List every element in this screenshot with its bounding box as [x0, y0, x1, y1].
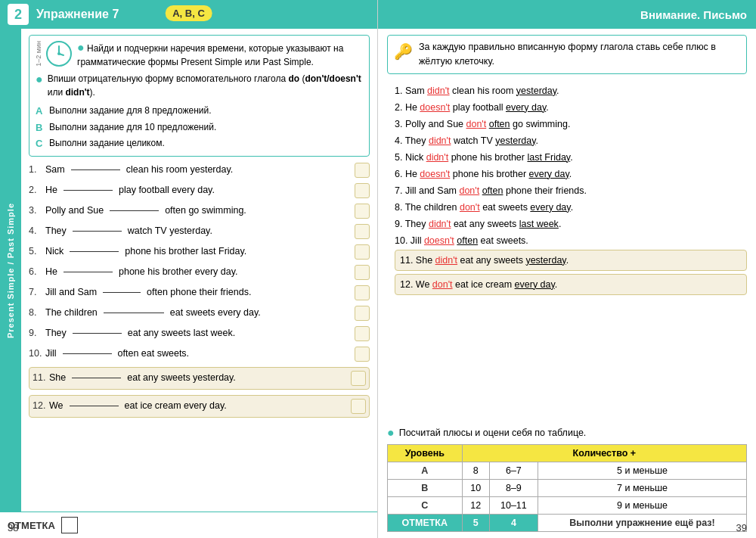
checkbox-circle[interactable]	[355, 265, 370, 280]
exercise-item: 8. The children eat sweets every day.	[29, 306, 370, 321]
ex-blank[interactable]	[64, 272, 113, 272]
ex-blank[interactable]	[72, 378, 121, 378]
ex-post: often phone their friends.	[147, 286, 355, 300]
checkbox-circle[interactable]	[355, 285, 370, 300]
exercise-item: 12. We eat ice cream every day.	[29, 395, 370, 418]
score-cell: 9 и меньше	[538, 497, 746, 515]
score-cell: 10	[462, 480, 489, 497]
exercise-item: 11. She eat any sweets yesterday.	[29, 367, 370, 390]
answer-item: 2. He doesn't play football every day.	[395, 100, 747, 115]
checkbox-circle[interactable]	[355, 224, 370, 239]
ex-pre: We	[49, 400, 64, 413]
left-page: 2 Упражнение 7 A, B, C Present Simple / …	[0, 0, 378, 538]
checkbox-circle[interactable]	[355, 347, 370, 362]
ex-number: 4.	[29, 225, 45, 238]
ans-number: 3.	[395, 119, 405, 129]
ex-pre: They	[45, 225, 67, 238]
ex-post: eat any sweets last week.	[128, 327, 355, 341]
checkbox-circle[interactable]	[355, 244, 370, 260]
right-instruction-box: 🔑 За каждую правильно вписанную форму гл…	[387, 35, 747, 74]
table-header-row: Уровень Количество +	[388, 445, 747, 462]
checkbox-circle[interactable]	[351, 399, 366, 414]
ans-number: 2.	[395, 102, 405, 113]
clock-icon	[45, 40, 73, 67]
abc-row-b: B Выполни задание для 10 предложений.	[36, 120, 363, 135]
exercises-list: 1. Sam clean his room yesterday. 2. He p…	[29, 163, 370, 506]
level-cell: C	[388, 497, 463, 515]
ex-blank[interactable]	[71, 169, 120, 170]
ex-pre: Nick	[45, 245, 64, 259]
ex-pre: The children	[45, 306, 98, 320]
scoring-label: Посчитай плюсы и оцени себя по таблице.	[399, 428, 587, 438]
abc-row-a: A Выполни задание для 8 предложений.	[36, 104, 363, 119]
otmetka-box-left	[61, 517, 78, 533]
ex-pre: He	[45, 184, 57, 197]
answer-item: 10. Jill doesn't often eat sweets.	[395, 233, 747, 248]
instruction-box: 1–2 мин ● Найди и подчеркни наречия врем…	[29, 35, 370, 157]
ex-blank[interactable]	[70, 406, 119, 406]
ex-post: eat sweets every day.	[170, 306, 355, 320]
ex-pre: Polly and Sue	[45, 204, 104, 218]
key-icon: 🔑	[394, 40, 413, 63]
checkbox-circle[interactable]	[355, 183, 370, 198]
side-label-container: Present Simple / Past Simple	[0, 29, 21, 512]
checkbox-circle[interactable]	[355, 163, 370, 178]
ex-blank[interactable]	[63, 353, 112, 354]
answer-item: 1. Sam didn't clean his room yesterday.	[395, 83, 747, 98]
ex-number: 7.	[29, 286, 45, 300]
answer-item: 3. Polly and Sue don't often go swimming…	[395, 117, 747, 132]
left-footer: ОТМЕТКА	[0, 512, 377, 538]
left-header: 2 Упражнение 7 A, B, C	[0, 0, 377, 29]
answer-item: 5. Nick didn't phone his brother last Fr…	[395, 150, 747, 165]
exercise-item: 2. He play football every day.	[29, 183, 370, 198]
ex-number: 10.	[29, 347, 45, 361]
ans-number: 10.	[395, 235, 411, 246]
ex-blank[interactable]	[104, 313, 164, 313]
exercise-item: 6. He phone his brother every day.	[29, 265, 370, 280]
ex-number: 2.	[29, 184, 45, 197]
ex-blank[interactable]	[103, 292, 141, 293]
ex-pre: He	[45, 266, 57, 279]
checkbox-circle[interactable]	[351, 371, 366, 386]
score-cell: 5 и меньше	[538, 462, 746, 480]
exercise-item: 3. Polly and Sue often go swimming.	[29, 204, 370, 219]
level-cell: A	[388, 462, 463, 480]
scoring-table: Уровень Количество + A86–75 и меньшеB108…	[387, 444, 747, 532]
ex-post: eat ice cream every day.	[125, 400, 351, 413]
checkbox-circle[interactable]	[355, 326, 370, 341]
ex-post: phone his brother last Friday.	[125, 245, 355, 259]
ex-blank[interactable]	[73, 231, 122, 232]
ex-number: 8.	[29, 306, 45, 320]
level-cell: B	[388, 480, 463, 497]
answer-item: 7. Jill and Sam don't often phone their …	[395, 183, 747, 198]
ex-blank[interactable]	[73, 333, 122, 334]
score-cell: 8	[462, 462, 489, 480]
time-label: 1–2 мин	[36, 41, 42, 67]
abc-row-c: C Выполни задание целиком.	[36, 136, 363, 151]
score-cell: 10–11	[489, 497, 538, 515]
ex-post: watch TV yesterday.	[128, 225, 355, 238]
checkbox-circle[interactable]	[355, 204, 370, 219]
ex-post: often go swimming.	[165, 204, 355, 218]
ans-number: 12.	[400, 279, 416, 290]
clock-wrap: 1–2 мин	[36, 40, 73, 67]
answer-item: 12. We don't eat ice cream every day.	[395, 274, 747, 295]
exercise-item: 1. Sam clean his room yesterday.	[29, 163, 370, 178]
ex-blank[interactable]	[110, 210, 159, 211]
score-cell: 6–7	[489, 462, 538, 480]
otmetka-label-right: ОТМЕТКА	[388, 515, 463, 532]
svg-point-3	[57, 52, 60, 55]
otmetka-score-1: 4	[489, 515, 538, 532]
checkbox-circle[interactable]	[355, 306, 370, 321]
ex-number: 1.	[29, 163, 45, 177]
ex-number: 6.	[29, 266, 45, 279]
ex-pre: Jill	[45, 347, 57, 361]
right-header-title: Внимание. Письмо	[640, 8, 747, 21]
ex-blank[interactable]	[64, 190, 113, 191]
ex-blank[interactable]	[70, 251, 119, 252]
ex-post: eat any sweets yesterday.	[127, 372, 351, 385]
instr-row-2: ● Впиши отрицательную форму вспомогатель…	[36, 72, 363, 99]
answer-item: 6. He doesn't phone his brother every da…	[395, 166, 747, 182]
right-content: 🔑 За каждую правильно вписанную форму гл…	[378, 29, 756, 538]
table-row: C1210–119 и меньше	[388, 497, 747, 515]
